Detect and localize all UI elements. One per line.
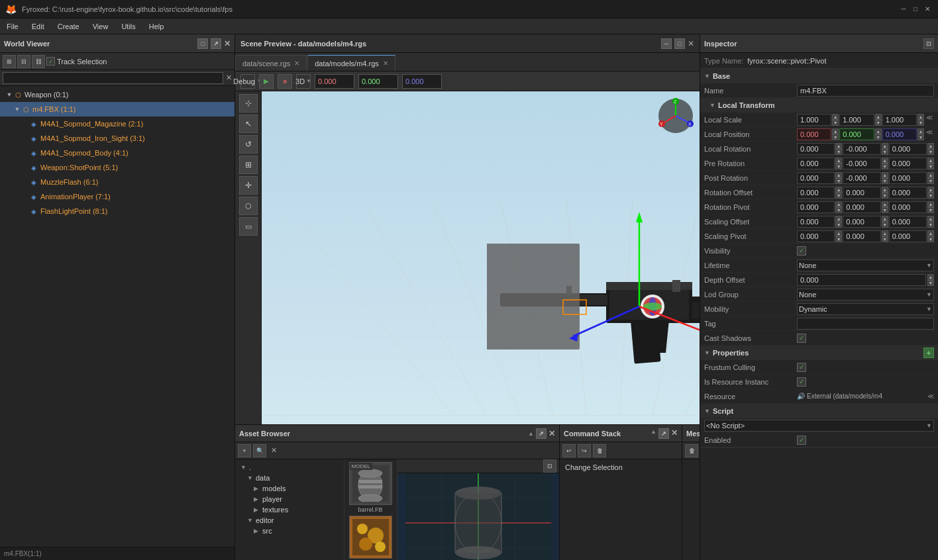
rot-off-y[interactable] bbox=[843, 187, 880, 199]
depth-dn[interactable]: ▼ bbox=[927, 280, 934, 286]
play-button[interactable]: ▶ bbox=[259, 74, 274, 89]
resource-arrow-btn[interactable]: ≪ bbox=[927, 393, 934, 400]
pos-y-dn[interactable]: ▼ bbox=[875, 134, 882, 140]
local-transform-header[interactable]: ▼ Local Transform bbox=[700, 98, 938, 113]
pre-rot-z[interactable] bbox=[889, 158, 927, 169]
scale-z-dn[interactable]: ▼ bbox=[917, 120, 924, 126]
world-viewer-collapse-btn[interactable]: □ bbox=[197, 38, 208, 49]
asset-search-clear-btn[interactable]: ✕ bbox=[271, 446, 277, 455]
asset-tree-textures[interactable]: ▶ textures bbox=[238, 504, 341, 515]
local-pos-z[interactable] bbox=[882, 128, 917, 140]
scene-preview-close-btn[interactable]: ✕ bbox=[688, 39, 694, 48]
scale-y-dn[interactable]: ▼ bbox=[875, 120, 882, 126]
scale-y-up[interactable]: ▲ bbox=[875, 114, 882, 120]
coord-y[interactable]: 0.000 bbox=[358, 74, 398, 89]
menu-help[interactable]: Help bbox=[142, 19, 171, 34]
pos-y-up[interactable]: ▲ bbox=[875, 128, 882, 134]
pos-z-up[interactable]: ▲ bbox=[917, 128, 924, 134]
lifetime-dropdown[interactable]: None ▼ bbox=[797, 259, 934, 271]
rot-piv-y[interactable] bbox=[843, 201, 880, 213]
pre-rot-y[interactable] bbox=[843, 158, 880, 169]
track-selection-checkbox[interactable]: ✓ bbox=[46, 57, 55, 66]
local-scale-y[interactable] bbox=[839, 114, 874, 126]
cmd-clear-btn[interactable]: 🗑 bbox=[593, 444, 606, 457]
tree-item-magazine[interactable]: ◈ M4A1_Sopmod_Magazine (2:1) bbox=[0, 117, 234, 131]
asset-tree-data[interactable]: ▼ data bbox=[238, 473, 341, 483]
tree-expand-weapon[interactable]: ▼ bbox=[5, 91, 13, 99]
scene-tab-close-1[interactable]: ✕ bbox=[383, 60, 388, 67]
mode-select[interactable]: 3D ▼ bbox=[296, 74, 311, 89]
depth-offset-input[interactable] bbox=[797, 274, 926, 286]
properties-add-btn[interactable]: + bbox=[923, 348, 934, 358]
tree-item-iron-sight[interactable]: ◈ M4A1_Sopmod_Iron_Sight (3:1) bbox=[0, 131, 234, 146]
is-resource-checkbox[interactable]: ✓ bbox=[797, 377, 806, 387]
visibility-checkbox[interactable]: ✓ bbox=[797, 246, 806, 256]
rot-x-dn[interactable]: ▼ bbox=[835, 149, 842, 155]
asset-expand-arrow[interactable]: ▲ bbox=[528, 430, 534, 437]
scene-preview-maximize-btn[interactable]: □ bbox=[674, 38, 685, 49]
tree-expand-m4fbx[interactable]: ▼ bbox=[13, 105, 21, 113]
scale-link-btn[interactable]: ≪ bbox=[925, 114, 934, 126]
tree-item-body[interactable]: ◈ M4A1_Sopmod_Body (4:1) bbox=[0, 146, 234, 160]
cmd-undo-btn[interactable]: ↩ bbox=[562, 444, 576, 457]
local-pos-x[interactable] bbox=[797, 128, 831, 140]
mobility-dropdown[interactable]: Dynamic ▼ bbox=[797, 303, 934, 315]
asset-item-barrel-fbx[interactable]: MODEL bbox=[347, 462, 393, 513]
cmd-undock-btn[interactable]: ↗ bbox=[658, 428, 669, 439]
asset-add-btn[interactable]: + bbox=[238, 444, 251, 457]
view-tool-move[interactable]: ↖ bbox=[239, 115, 258, 133]
base-section-header[interactable]: ▼ Base bbox=[700, 69, 938, 83]
world-viewer-add-btn[interactable]: ⊞ bbox=[3, 55, 16, 68]
local-rot-z[interactable] bbox=[889, 143, 927, 155]
scene-tab-1[interactable]: data/models/m4.rgs ✕ bbox=[307, 55, 395, 71]
tag-input[interactable] bbox=[797, 318, 934, 330]
stop-button[interactable]: ■ bbox=[278, 74, 292, 89]
view-tool-scale[interactable]: ⊞ bbox=[239, 156, 258, 174]
minimize-button[interactable]: ─ bbox=[898, 4, 909, 15]
maximize-button[interactable]: □ bbox=[910, 4, 921, 15]
scl-piv-y[interactable] bbox=[843, 230, 880, 242]
menu-file[interactable]: File bbox=[0, 19, 25, 34]
view-tool-select[interactable]: ⊹ bbox=[239, 94, 258, 113]
world-viewer-link-btn[interactable]: ⛓ bbox=[32, 55, 45, 68]
cmd-item-0[interactable]: Change Selection bbox=[562, 462, 679, 473]
scene-tab-0[interactable]: data/scene.rgs ✕ bbox=[235, 55, 307, 71]
post-rot-y[interactable] bbox=[843, 172, 880, 184]
scale-x-up[interactable]: ▲ bbox=[832, 114, 839, 120]
close-button[interactable]: ✕ bbox=[922, 4, 933, 15]
preview-fullscreen-btn[interactable]: ⊡ bbox=[543, 459, 556, 473]
coord-z[interactable]: 0.000 bbox=[402, 74, 442, 89]
scale-z-up[interactable]: ▲ bbox=[917, 114, 924, 120]
world-viewer-close-btn[interactable]: ✕ bbox=[224, 39, 231, 48]
rot-off-z[interactable] bbox=[889, 187, 927, 199]
world-viewer-undock-btn[interactable]: ↗ bbox=[211, 38, 221, 49]
tree-expand-mag[interactable] bbox=[21, 120, 29, 128]
cmd-redo-btn[interactable]: ↪ bbox=[578, 444, 591, 457]
scene-viewport[interactable]: Z X Y ⊹ ↖ ↺ ⊞ bbox=[235, 91, 700, 424]
menu-utils[interactable]: Utils bbox=[115, 19, 142, 34]
pos-x-up[interactable]: ▲ bbox=[832, 128, 839, 134]
asset-tree-models[interactable]: ▶ models bbox=[238, 483, 341, 494]
cmd-close-btn[interactable]: ✕ bbox=[671, 428, 678, 439]
rot-x-up[interactable]: ▲ bbox=[835, 143, 842, 149]
rot-piv-z[interactable] bbox=[889, 201, 927, 213]
name-input[interactable] bbox=[797, 85, 934, 97]
asset-tree-dot[interactable]: ▼ . bbox=[238, 462, 341, 473]
post-rot-x[interactable] bbox=[797, 172, 835, 184]
script-dropdown[interactable]: <No Script> ▼ bbox=[704, 420, 934, 432]
tree-item-muzzleflash[interactable]: ◈ MuzzleFlash (6:1) bbox=[0, 175, 234, 189]
view-tool-rotate[interactable]: ↺ bbox=[239, 135, 258, 154]
world-viewer-remove-btn[interactable]: ⊟ bbox=[17, 55, 30, 68]
rot-off-x[interactable] bbox=[797, 187, 835, 199]
search-input[interactable] bbox=[3, 72, 223, 84]
tree-item-shotpoint[interactable]: ◈ Weapon:ShotPoint (5:1) bbox=[0, 160, 234, 175]
asset-tree-src[interactable]: ▶ src bbox=[238, 526, 341, 536]
cast-shadows-checkbox[interactable]: ✓ bbox=[797, 334, 806, 343]
scl-off-x[interactable] bbox=[797, 216, 835, 228]
scl-off-y[interactable] bbox=[843, 216, 880, 228]
rot-z-dn[interactable]: ▼ bbox=[927, 149, 934, 155]
local-scale-x[interactable] bbox=[797, 114, 831, 126]
pos-x-dn[interactable]: ▼ bbox=[832, 134, 839, 140]
cmd-expand-arrow[interactable]: ▲ bbox=[651, 428, 656, 439]
rot-piv-x[interactable] bbox=[797, 201, 835, 213]
